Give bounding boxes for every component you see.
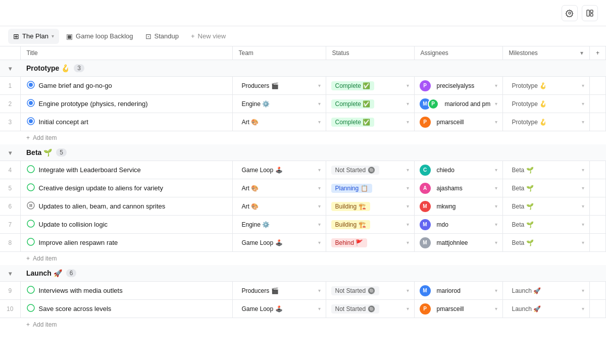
row-team-cell[interactable]: Game Loop 🕹️ ▾: [232, 234, 326, 252]
row-milestone-cell[interactable]: Beta 🌱 ▾: [502, 216, 589, 234]
milestone-chevron-icon[interactable]: ▾: [582, 167, 584, 173]
row-status-cell[interactable]: Not Started 🔘 ▾: [326, 300, 414, 318]
team-chevron-icon[interactable]: ▾: [318, 185, 321, 191]
row-team-cell[interactable]: Producers 🎬 ▾: [232, 77, 326, 95]
team-chevron-icon[interactable]: ▾: [318, 306, 321, 311]
row-milestone-cell[interactable]: Prototype 🪝 ▾: [502, 113, 589, 131]
assignees-chevron-icon[interactable]: ▾: [495, 185, 497, 191]
col-status: Status: [326, 46, 414, 60]
row-milestone-cell[interactable]: Prototype 🪝 ▾: [502, 95, 589, 113]
team-chevron-icon[interactable]: ▾: [318, 240, 321, 245]
tab-standup[interactable]: ⊡ Standup: [140, 29, 184, 44]
add-item-button[interactable]: + Add item: [26, 321, 600, 328]
status-chevron-icon[interactable]: ▾: [407, 119, 409, 125]
section-collapse-prototype[interactable]: ▾: [8, 64, 13, 73]
team-chevron-icon[interactable]: ▾: [318, 203, 321, 209]
row-status-cell[interactable]: Not Started 🔘 ▾: [326, 161, 414, 179]
row-milestone-cell[interactable]: Prototype 🪝 ▾: [502, 77, 589, 95]
milestones-filter-icon[interactable]: ▾: [580, 49, 583, 57]
row-milestone-cell[interactable]: Beta 🌱 ▾: [502, 234, 589, 252]
assignees-chevron-icon[interactable]: ▾: [495, 203, 497, 209]
row-status-cell[interactable]: Building 🏗️ ▾: [326, 197, 414, 216]
milestone-chevron-icon[interactable]: ▾: [582, 83, 584, 88]
row-team-cell[interactable]: Engine ⚙️ ▾: [232, 216, 326, 234]
row-assignees-cell[interactable]: Mmkwng ▾: [414, 197, 502, 216]
status-chevron-icon[interactable]: ▾: [407, 185, 409, 191]
status-chevron-icon[interactable]: ▾: [407, 203, 409, 209]
row-assignees-cell[interactable]: Ppreciselyalyss ▾: [414, 77, 502, 95]
col-title: Title: [20, 46, 232, 60]
layout-button[interactable]: [582, 5, 598, 21]
status-chevron-icon[interactable]: ▾: [407, 240, 409, 245]
milestone-chevron-icon[interactable]: ▾: [582, 240, 584, 245]
row-status-cell[interactable]: Building 🏗️ ▾: [326, 216, 414, 234]
milestone-chevron-icon[interactable]: ▾: [582, 119, 584, 125]
status-chevron-icon[interactable]: ▾: [407, 83, 409, 88]
row-assignees-cell[interactable]: Mmdo ▾: [414, 216, 502, 234]
assignees-chevron-icon[interactable]: ▾: [495, 288, 497, 293]
row-team-cell[interactable]: Art 🎨 ▾: [232, 197, 326, 216]
row-assignees-cell[interactable]: Aajashams ▾: [414, 179, 502, 197]
assignees-chevron-icon[interactable]: ▾: [495, 101, 497, 107]
tab-plan-chevron[interactable]: ▾: [52, 33, 54, 39]
milestone-chevron-icon[interactable]: ▾: [582, 288, 584, 293]
row-status-cell[interactable]: Not Started 🔘 ▾: [326, 282, 414, 300]
assignees-chevron-icon[interactable]: ▾: [495, 119, 497, 125]
row-assignees-cell[interactable]: Ppmarsceill ▾: [414, 300, 502, 318]
assignees-chevron-icon[interactable]: ▾: [495, 306, 497, 311]
team-chevron-icon[interactable]: ▾: [318, 83, 321, 88]
section-collapse-beta[interactable]: ▾: [8, 148, 13, 158]
row-status-cell[interactable]: Planning 📋 ▾: [326, 179, 414, 197]
milestone-chevron-icon[interactable]: ▾: [582, 203, 584, 209]
tab-game-loop-backlog[interactable]: ▣ Game loop Backlog: [61, 29, 138, 44]
assignees-chevron-icon[interactable]: ▾: [495, 167, 497, 173]
row-team-cell[interactable]: Art 🎨 ▾: [232, 179, 326, 197]
team-chevron-icon[interactable]: ▾: [318, 101, 321, 107]
row-milestone-cell[interactable]: Beta 🌱 ▾: [502, 161, 589, 179]
milestone-chevron-icon[interactable]: ▾: [582, 101, 584, 107]
row-status-cell[interactable]: Complete ✅ ▾: [326, 77, 414, 95]
tab-new-view[interactable]: + New view: [186, 29, 231, 44]
team-chevron-icon[interactable]: ▾: [318, 288, 321, 293]
assignees-chevron-icon[interactable]: ▾: [495, 240, 497, 245]
col-add[interactable]: +: [589, 46, 605, 60]
assignees-label: mdo: [437, 221, 448, 228]
milestone-tag: Prototype 🪝: [508, 118, 551, 127]
section-collapse-launch[interactable]: ▾: [8, 269, 13, 278]
status-chevron-icon[interactable]: ▾: [407, 306, 409, 311]
row-team-cell[interactable]: Game Loop 🕹️ ▾: [232, 300, 326, 318]
status-chevron-icon[interactable]: ▾: [407, 167, 409, 173]
row-milestone-cell[interactable]: Launch 🚀 ▾: [502, 282, 589, 300]
row-team-cell[interactable]: Art 🎨 ▾: [232, 113, 326, 131]
row-milestone-cell[interactable]: Beta 🌱 ▾: [502, 179, 589, 197]
row-assignees-cell[interactable]: Ppmarsceill ▾: [414, 113, 502, 131]
settings-button[interactable]: [562, 5, 578, 21]
row-milestone-cell[interactable]: Launch 🚀 ▾: [502, 300, 589, 318]
status-chevron-icon[interactable]: ▾: [407, 288, 409, 293]
milestone-chevron-icon[interactable]: ▾: [582, 185, 584, 191]
svg-point-11: [27, 202, 34, 209]
team-chevron-icon[interactable]: ▾: [318, 222, 321, 227]
add-item-button[interactable]: + Add item: [26, 134, 600, 141]
row-team-cell[interactable]: Producers 🎬 ▾: [232, 282, 326, 300]
team-chevron-icon[interactable]: ▾: [318, 167, 321, 173]
row-team-cell[interactable]: Game Loop 🕹️ ▾: [232, 161, 326, 179]
assignees-chevron-icon[interactable]: ▾: [495, 83, 497, 88]
milestone-chevron-icon[interactable]: ▾: [582, 306, 584, 311]
row-status-cell[interactable]: Behind 🚩 ▾: [326, 234, 414, 252]
row-milestone-cell[interactable]: Beta 🌱 ▾: [502, 197, 589, 216]
row-assignees-cell[interactable]: Mmattjohnlee ▾: [414, 234, 502, 252]
status-chevron-icon[interactable]: ▾: [407, 101, 409, 107]
row-team-cell[interactable]: Engine ⚙️ ▾: [232, 95, 326, 113]
row-status-cell[interactable]: Complete ✅ ▾: [326, 95, 414, 113]
assignees-chevron-icon[interactable]: ▾: [495, 222, 497, 227]
row-assignees-cell[interactable]: Cchiedo ▾: [414, 161, 502, 179]
row-assignees-cell[interactable]: Mmariorod ▾: [414, 282, 502, 300]
row-assignees-cell[interactable]: MPmariorod and pm ▾: [414, 95, 502, 113]
add-item-button[interactable]: + Add item: [26, 255, 600, 262]
team-chevron-icon[interactable]: ▾: [318, 119, 321, 125]
milestone-chevron-icon[interactable]: ▾: [582, 222, 584, 227]
row-status-cell[interactable]: Complete ✅ ▾: [326, 113, 414, 131]
tab-the-plan[interactable]: ⊞ The Plan ▾: [8, 29, 59, 44]
status-chevron-icon[interactable]: ▾: [407, 222, 409, 227]
